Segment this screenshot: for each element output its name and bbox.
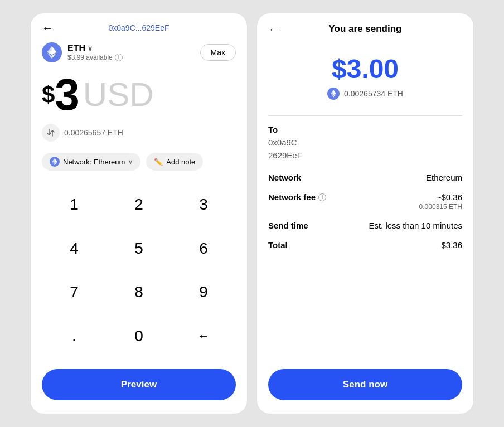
sending-amount-display: $3.00 0.00265734 ETH	[257, 40, 473, 106]
fee-row: Network fee i ~$0.36 0.000315 ETH	[268, 192, 462, 211]
numpad-backspace-key[interactable]: ←	[171, 314, 236, 358]
recipient-address[interactable]: 0x0a9C...629EeF	[109, 23, 169, 32]
amount-display: $ 3 USD	[31, 67, 247, 119]
sending-eth-row: 0.00265734 ETH	[268, 88, 462, 100]
numpad-key-5[interactable]: 5	[106, 227, 171, 271]
numpad-key-6[interactable]: 6	[171, 227, 236, 271]
send-time-label: Send time	[268, 221, 308, 230]
amount-number: 3	[55, 72, 80, 117]
fee-value: ~$0.36 0.000315 ETH	[419, 192, 462, 211]
divider	[268, 115, 462, 116]
numpad-key-7[interactable]: 7	[42, 270, 106, 314]
amount-unit: USD	[83, 78, 154, 111]
total-value: $3.36	[441, 240, 462, 250]
dollar-sign: $	[42, 83, 55, 106]
screen2-header: ← You are sending	[257, 13, 473, 40]
back-button-screen2[interactable]: ←	[268, 23, 279, 36]
send-now-button[interactable]: Send now	[268, 369, 462, 400]
token-selector-row: ETH ∨ $3.99 available i Max	[31, 38, 247, 67]
eth-equivalent-value: 0.00265657 ETH	[64, 128, 123, 137]
transaction-details: To 0x0a9C 2629EeF Network Ethereum Netwo…	[257, 125, 473, 260]
add-note-label: Add note	[166, 158, 195, 166]
add-note-button[interactable]: ✏️ Add note	[146, 153, 203, 171]
numpad-key-0[interactable]: 0	[106, 314, 171, 358]
send-controls: Network: Ethereum ∨ ✏️ Add note	[31, 146, 247, 177]
screen2-title: You are sending	[329, 23, 402, 35]
network-row: Network Ethereum	[268, 173, 462, 182]
network-selector-button[interactable]: Network: Ethereum ∨	[42, 153, 140, 171]
pencil-icon: ✏️	[154, 158, 163, 166]
fee-info-icon[interactable]: i	[318, 193, 326, 201]
token-available-balance: $3.99 available i	[67, 54, 123, 61]
send-time-row: Send time Est. less than 10 minutes	[268, 221, 462, 230]
token-left: ETH ∨ $3.99 available i	[42, 42, 123, 62]
preview-button[interactable]: Preview	[42, 369, 236, 400]
token-dropdown-icon: ∨	[88, 45, 93, 52]
total-row: Total $3.36	[268, 240, 462, 250]
numpad: 1 2 3 4 5 6 7 8 9 . 0 ←	[31, 177, 247, 363]
sending-usd-amount: $3.00	[268, 54, 462, 84]
back-button-screen1[interactable]: ←	[42, 22, 53, 33]
send-confirmation-screen: ← You are sending $3.00 0.00265734 ETH	[256, 13, 474, 414]
network-eth-icon	[50, 157, 60, 167]
token-info: ETH ∨ $3.99 available i	[67, 43, 123, 61]
numpad-key-8[interactable]: 8	[106, 270, 171, 314]
numpad-key-1[interactable]: 1	[42, 183, 106, 227]
swap-currency-button[interactable]	[42, 124, 60, 142]
numpad-key-2[interactable]: 2	[106, 183, 171, 227]
to-section: To 0x0a9C 2629EeF	[268, 125, 462, 162]
max-button[interactable]: Max	[200, 44, 236, 61]
sending-eth-amount: 0.00265734 ETH	[344, 89, 403, 98]
eth-icon	[42, 42, 62, 62]
to-label: To	[268, 125, 462, 134]
network-detail-label: Network	[268, 173, 301, 182]
send-time-value: Est. less than 10 minutes	[369, 221, 462, 230]
to-address: 0x0a9C 2629EeF	[268, 137, 462, 162]
eth-equivalent-row: 0.00265657 ETH	[31, 119, 247, 146]
total-label: Total	[268, 240, 288, 250]
fee-eth-value: 0.000315 ETH	[419, 203, 462, 211]
network-detail-value: Ethereum	[426, 173, 462, 182]
numpad-key-3[interactable]: 3	[171, 183, 236, 227]
numpad-key-4[interactable]: 4	[42, 227, 106, 271]
network-label: Network: Ethereum	[63, 158, 125, 166]
numpad-key-decimal[interactable]: .	[42, 314, 106, 358]
sending-eth-icon	[327, 88, 340, 100]
numpad-key-9[interactable]: 9	[171, 270, 236, 314]
screen1-header: ← 0x0a9C...629EeF	[31, 13, 247, 38]
fee-label: Network fee i	[268, 192, 326, 202]
balance-info-icon[interactable]: i	[115, 54, 123, 61]
fee-usd-value: ~$0.36	[419, 192, 462, 202]
send-amount-screen: ← 0x0a9C...629EeF ETH	[30, 13, 248, 414]
token-name[interactable]: ETH ∨	[67, 43, 123, 54]
